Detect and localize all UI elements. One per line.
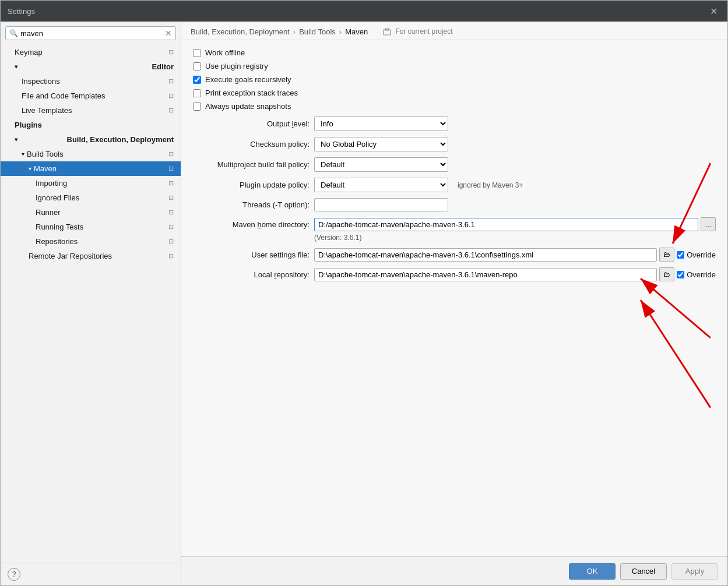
search-icon: 🔍 <box>9 29 18 37</box>
page-icon: ⊡ <box>168 179 174 187</box>
expand-arrow-icon: ▾ <box>15 136 17 143</box>
sidebar-nav: Keymap ⊡ ▾ Editor Inspections ⊡ File and… <box>1 45 181 563</box>
sidebar-item-editor[interactable]: ▾ Editor <box>1 59 181 74</box>
main-content: Build, Execution, Deployment › Build Too… <box>181 22 727 585</box>
sidebar-item-running-tests[interactable]: Running Tests ⊡ <box>1 220 181 234</box>
sidebar-item-ignored-files[interactable]: Ignored Files ⊡ <box>1 190 181 205</box>
local-repo-override-checkbox[interactable] <box>677 271 684 278</box>
folder-icon: 🗁 <box>663 250 670 259</box>
use-plugin-registry-label: Use plugin registry <box>205 62 268 70</box>
print-exception-label: Print exception stack traces <box>205 89 298 97</box>
always-update-label: Always update snapshots <box>205 102 291 111</box>
plugin-update-policy-control: Default Always Never <box>314 178 448 192</box>
sidebar-item-maven[interactable]: ▾ Maven ⊡ <box>1 161 181 176</box>
sidebar-footer: ? <box>1 563 181 585</box>
sidebar-item-label: Maven <box>34 164 57 173</box>
user-settings-override-checkbox[interactable] <box>677 251 684 259</box>
sidebar-item-build-exec-deploy[interactable]: ▾ Build, Execution, Deployment <box>1 132 181 147</box>
page-icon: ⊡ <box>168 107 174 114</box>
breadcrumb: Build, Execution, Deployment › Build Too… <box>181 22 727 40</box>
sidebar-item-runner[interactable]: Runner ⊡ <box>1 205 181 220</box>
checkbox-print-exception: Print exception stack traces <box>193 89 716 97</box>
plugin-update-policy-row: Plugin update policy: Default Always Nev… <box>193 178 716 192</box>
sidebar-item-label: Remote Jar Repositories <box>29 252 112 260</box>
ok-button[interactable]: OK <box>569 563 616 580</box>
maven-home-input-wrap: ... <box>314 217 716 231</box>
sidebar-item-label: Live Templates <box>22 106 72 115</box>
sidebar-item-label: Inspections <box>22 77 60 86</box>
local-repo-browse-button[interactable]: 🗁 <box>659 267 674 281</box>
sidebar-item-plugins[interactable]: Plugins <box>1 118 181 132</box>
checksum-policy-row: Checksum policy: No Global Policy Strict… <box>193 137 716 151</box>
expand-arrow-icon: ▾ <box>22 151 24 157</box>
sidebar-item-label: Repositories <box>36 237 78 246</box>
local-repo-row: Local repository: 🗁 Override <box>193 267 716 281</box>
page-icon: ⊡ <box>168 92 174 100</box>
sidebar-item-file-code-templates[interactable]: File and Code Templates ⊡ <box>1 89 181 103</box>
output-level-control: Info Debug Error <box>314 117 448 131</box>
sidebar-item-keymap[interactable]: Keymap ⊡ <box>1 45 181 59</box>
always-update-checkbox[interactable] <box>193 103 201 111</box>
checkbox-always-update: Always update snapshots <box>193 102 716 111</box>
search-clear-icon[interactable]: ✕ <box>165 29 172 38</box>
local-repo-override: Override <box>677 270 716 279</box>
cancel-button[interactable]: Cancel <box>620 563 667 580</box>
maven-home-input[interactable] <box>314 218 698 231</box>
sidebar-item-label: File and Code Templates <box>22 91 105 100</box>
dialog-footer: OK Cancel Apply <box>181 556 727 585</box>
sidebar-item-live-templates[interactable]: Live Templates ⊡ <box>1 103 181 118</box>
sidebar-item-build-tools[interactable]: ▾ Build Tools ⊡ <box>1 147 181 161</box>
page-icon: ⊡ <box>168 165 174 172</box>
sidebar-item-remote-jar-repos[interactable]: Remote Jar Repositories ⊡ <box>1 249 181 263</box>
print-exception-checkbox[interactable] <box>193 89 201 97</box>
user-settings-input[interactable] <box>314 248 657 262</box>
checkbox-execute-goals: Execute goals recursively <box>193 75 716 84</box>
plugin-update-policy-select[interactable]: Default Always Never <box>314 178 448 192</box>
sidebar-item-label: Build Tools <box>27 150 64 158</box>
close-button[interactable]: ✕ <box>706 4 720 18</box>
user-settings-label: User settings file: <box>193 250 310 259</box>
sidebar-item-repositories[interactable]: Repositories ⊡ <box>1 234 181 249</box>
page-icon: ⊡ <box>168 77 174 85</box>
checksum-policy-select[interactable]: No Global Policy Strict Lax <box>314 137 448 151</box>
maven-home-browse-button[interactable]: ... <box>701 217 716 231</box>
work-offline-label: Work offline <box>205 48 245 57</box>
title-bar: Settings ✕ <box>1 1 727 22</box>
local-repo-input[interactable] <box>314 268 657 281</box>
sidebar-item-importing[interactable]: Importing ⊡ <box>1 176 181 190</box>
multiproject-policy-select[interactable]: Default Fail Fast Fail Never <box>314 157 448 172</box>
page-icon: ⊡ <box>168 223 174 231</box>
plugin-update-policy-label: Plugin update policy: <box>193 181 310 189</box>
execute-goals-label: Execute goals recursively <box>205 75 291 84</box>
threads-label: Threads (-T option): <box>193 200 310 209</box>
help-button[interactable]: ? <box>8 568 20 581</box>
execute-goals-checkbox[interactable] <box>193 76 201 84</box>
threads-row: Threads (-T option): <box>193 198 716 211</box>
page-icon: ⊡ <box>168 238 174 245</box>
search-input[interactable] <box>20 29 165 38</box>
breadcrumb-sep-2: › <box>339 27 342 36</box>
output-level-label: Output level: <box>193 119 310 128</box>
user-settings-browse-button[interactable]: 🗁 <box>659 248 674 262</box>
page-icon: ⊡ <box>168 150 174 158</box>
use-plugin-registry-checkbox[interactable] <box>193 62 201 70</box>
local-repo-label: Local repository: <box>193 270 310 279</box>
threads-input[interactable] <box>314 198 448 211</box>
sidebar-item-inspections[interactable]: Inspections ⊡ <box>1 74 181 89</box>
maven-version-note: (Version: 3.6.1) <box>314 234 716 242</box>
breadcrumb-part-2: Build Tools <box>299 27 336 36</box>
output-level-select[interactable]: Info Debug Error <box>314 117 448 131</box>
settings-panel: Work offline Use plugin registry Execute… <box>181 40 727 556</box>
settings-dialog: Settings ✕ 🔍 ✕ Keymap ⊡ ▾ Editor <box>0 0 728 586</box>
apply-button[interactable]: Apply <box>671 563 718 580</box>
work-offline-checkbox[interactable] <box>193 49 201 57</box>
checkbox-use-plugin-registry: Use plugin registry <box>193 62 716 70</box>
page-icon: ⊡ <box>168 252 174 260</box>
threads-control <box>314 198 448 211</box>
user-settings-input-wrap: 🗁 Override <box>314 248 716 262</box>
maven-home-row: Maven home directory: ... <box>193 217 716 231</box>
plugin-update-policy-note: ignored by Maven 3+ <box>458 181 523 189</box>
breadcrumb-part-1: Build, Execution, Deployment <box>191 27 290 36</box>
local-repo-override-label: Override <box>687 270 716 279</box>
multiproject-policy-control: Default Fail Fast Fail Never <box>314 157 448 172</box>
